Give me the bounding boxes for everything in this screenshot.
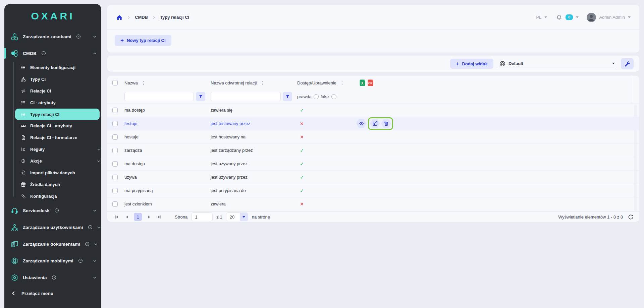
edit-button[interactable]	[370, 119, 380, 128]
table-row-highlighted[interactable]: testuje jest testowany przez ✕	[107, 117, 639, 130]
sidebar-item-relacje-ci[interactable]: Relacje CI	[4, 85, 101, 97]
excel-icon[interactable]: X	[360, 79, 365, 86]
sidebar-item-label: Zarządzanie zasobami	[23, 34, 71, 39]
collapse-icon	[11, 291, 16, 296]
assets-icon	[10, 33, 18, 41]
previous-page-button[interactable]	[123, 213, 130, 220]
caret-down-icon[interactable]	[544, 16, 547, 18]
add-view-button[interactable]: + Dodaj widok	[450, 59, 494, 69]
row-checkbox[interactable]	[112, 161, 118, 167]
row-checkbox[interactable]	[112, 108, 118, 113]
column-menu-icon[interactable]: ⋮	[141, 80, 146, 85]
chevron-down-icon	[94, 242, 98, 246]
header-row: › CMDB › Typy relacji CI PL 0 Admin Admi…	[107, 5, 639, 30]
select-all-checkbox[interactable]	[112, 80, 118, 85]
last-page-button[interactable]	[156, 213, 163, 220]
sidebar-item-akcje[interactable]: Akcje	[4, 155, 101, 167]
sidebar-item-zarzadzanie-uzytkownikami[interactable]: Zarządzanie użytkownikami	[4, 219, 101, 236]
breadcrumb-link-cmdb[interactable]: CMDB	[135, 15, 148, 20]
table-row[interactable]: zarządza jest zarządzany przez ✓	[107, 143, 639, 157]
sidebar-item-label: Typy relacji CI	[30, 112, 59, 117]
page-size-select[interactable]: 20	[226, 212, 248, 221]
relation-name[interactable]: testuje	[124, 121, 137, 126]
table-row[interactable]: używa jest używany przez ✓	[107, 170, 639, 184]
row-checkbox[interactable]	[112, 148, 118, 153]
preview-button[interactable]	[356, 119, 366, 128]
column-menu-icon[interactable]: ⋮	[260, 80, 265, 85]
table-row[interactable]: jest członkiem zawiera ✕	[107, 197, 639, 210]
page-number-input[interactable]	[191, 212, 213, 221]
sidebar-item-zarzadzanie-zasobami[interactable]: Zarządzanie zasobami	[4, 28, 101, 45]
caret-down-icon[interactable]	[628, 16, 631, 18]
table-row[interactable]: hostuje jest hostowany na ✕	[107, 130, 639, 143]
first-page-button[interactable]	[113, 213, 120, 220]
language-selector[interactable]: PL	[536, 15, 541, 20]
access-true-icon: ✓	[300, 174, 304, 180]
filter-false-radio[interactable]	[331, 94, 336, 99]
relation-name: ma dostęp	[124, 161, 145, 166]
chevron-down-icon	[93, 276, 97, 280]
table-header-row: Nazwa ⋮ Nazwa odwrotnej relacji ⋮ Dostęp…	[107, 76, 639, 90]
row-checkbox[interactable]	[112, 188, 118, 193]
access-cell: ✓	[297, 147, 360, 153]
next-page-button[interactable]	[146, 213, 152, 220]
table-row[interactable]: ma dostęp zawiera się ✓	[107, 103, 639, 117]
view-select[interactable]: Default	[498, 59, 616, 69]
eye-icon	[359, 121, 364, 126]
user-name[interactable]: Admin Admin	[599, 15, 625, 20]
home-icon[interactable]	[116, 14, 123, 21]
caret-down-icon[interactable]	[576, 16, 579, 18]
chevron-down-icon	[97, 226, 101, 229]
sidebar-item-label: Zarządzanie mobilnymi	[23, 258, 73, 263]
filter-input-nazwa[interactable]	[124, 92, 194, 101]
row-checkbox[interactable]	[112, 175, 118, 180]
table-row[interactable]: ma przypisaną jest przypisana do ✓	[107, 184, 639, 197]
access-true-icon: ✓	[300, 147, 304, 153]
sidebar-item-ci-atrybuty[interactable]: CI - atrybuty	[4, 97, 101, 109]
row-checkbox[interactable]	[112, 201, 118, 207]
sidebar-item-konfiguracja[interactable]: Konfiguracja	[4, 190, 101, 202]
column-menu-icon[interactable]: ⋮	[340, 80, 344, 85]
filter-true-radio[interactable]	[314, 94, 319, 99]
sidebar-item-zarzadzanie-mobilnymi[interactable]: Zarządzanie mobilnymi	[4, 252, 101, 269]
actions-row: + Nowy typ relacji CI	[107, 30, 639, 51]
avatar[interactable]	[587, 13, 596, 22]
refresh-icon[interactable]	[628, 214, 634, 220]
sidebar-item-elementy-konfiguracji[interactable]: Elementy konfiguracji	[4, 62, 101, 73]
row-checkbox[interactable]	[112, 134, 118, 140]
notification-badge[interactable]: 0	[566, 14, 573, 20]
settings-icon	[10, 273, 18, 282]
inverse-relation-name[interactable]: jest testowany przez	[211, 121, 250, 126]
delete-button[interactable]	[381, 119, 391, 128]
pdf-icon[interactable]: PDF	[368, 79, 373, 86]
sidebar-item-zarzadzanie-dokumentami[interactable]: Zarządzanie dokumentami	[4, 236, 101, 252]
sidebar-item-import-plikow-danych[interactable]: Import plików danych	[4, 167, 101, 179]
current-page-button[interactable]: 1	[134, 213, 142, 221]
sidebar-item-servicedesk[interactable]: Servicedesk	[4, 202, 101, 219]
new-relation-type-button[interactable]: + Nowy typ relacji CI	[115, 35, 171, 46]
breadcrumb-link-typy-relacji-ci[interactable]: Typy relacji CI	[160, 15, 189, 20]
sidebar-item-reguly[interactable]: Reguły	[4, 143, 101, 155]
sidebar-item-cmdb[interactable]: CMDB	[4, 45, 101, 62]
inverse-relation-name: zawiera	[211, 201, 226, 206]
sidebar-item-ustawienia[interactable]: Ustawienia	[4, 269, 101, 286]
row-checkbox[interactable]	[112, 121, 118, 126]
table-row[interactable]: ma dostęp jest używany przez ✓	[107, 157, 639, 170]
plus-icon: +	[120, 38, 124, 43]
list-icon	[20, 100, 26, 106]
breadcrumb-separator: ›	[128, 14, 130, 20]
filter-button[interactable]	[283, 92, 292, 101]
toggle-menu-button[interactable]: Przełącz menu	[4, 287, 101, 300]
filter-input-nazwa-odwrotnej[interactable]	[211, 92, 281, 101]
sidebar-item-typy-relacji-ci[interactable]: Typy relacji CI	[15, 109, 100, 120]
sidebar-item-relacje-ci-formularze[interactable]: Relacje CI - formularze	[4, 132, 101, 143]
plus-icon: +	[456, 61, 459, 67]
bell-icon[interactable]	[556, 14, 562, 21]
mobile-icon	[10, 257, 18, 265]
filter-button[interactable]	[196, 92, 205, 101]
table-settings-button[interactable]	[621, 58, 634, 69]
access-cell: ✕	[297, 121, 360, 126]
sidebar-item-typy-ci[interactable]: Typy CI	[4, 73, 101, 85]
sidebar-item-relacje-ci-atrybuty[interactable]: Relacje CI - atrybuty	[4, 120, 101, 132]
sidebar-item-zrodla-danych[interactable]: Źródła danych	[4, 179, 101, 190]
